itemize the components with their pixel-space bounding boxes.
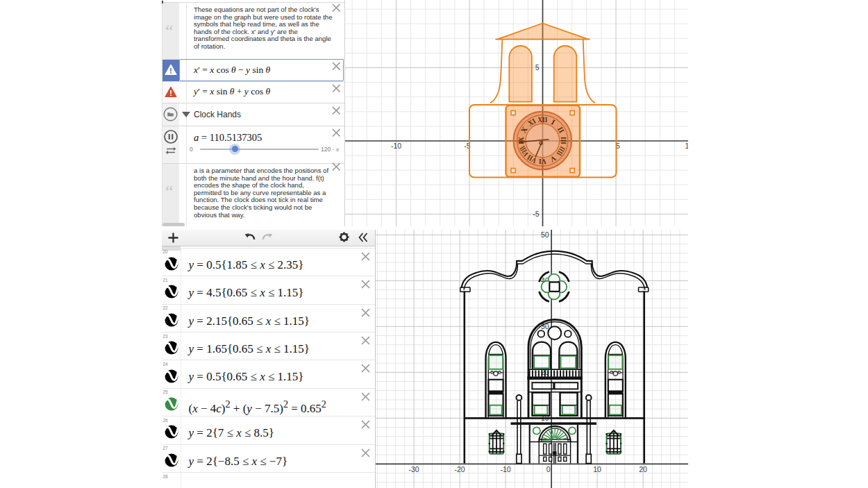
svg-text:50: 50 [540,230,549,238]
svg-text:-30: -30 [408,465,419,473]
svg-text:-5: -5 [533,210,539,218]
svg-text:0: 0 [546,465,550,473]
svg-text:III: III [560,137,568,144]
svg-text:10: 10 [593,465,601,473]
svg-text:5: 5 [535,64,539,71]
svg-text:VI: VI [538,158,546,166]
svg-text:20: 20 [639,465,647,473]
svg-text:-20: -20 [454,465,465,473]
svg-text:-10: -10 [390,142,401,150]
svg-text:1: 1 [685,142,688,150]
svg-text:-10: -10 [500,465,510,473]
svg-text:XII: XII [537,115,547,124]
